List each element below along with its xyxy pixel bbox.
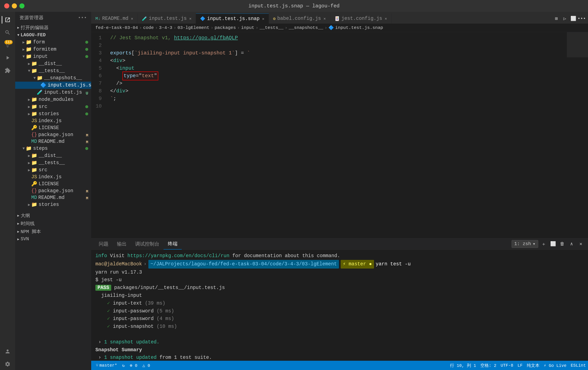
account-activity-icon[interactable] — [2, 346, 13, 357]
sidebar-item-dist[interactable]: ▶ 📁 __dist__ — [15, 60, 91, 67]
activity-bar: 113 — [0, 12, 15, 370]
split-terminal-icon[interactable]: ⬜ — [549, 240, 557, 248]
close-button[interactable] — [4, 3, 9, 9]
sidebar-item-steps-license[interactable]: ▶ 🔑 LICENSE — [15, 180, 91, 187]
breadcrumb-03lg[interactable]: 03-lgElement — [178, 25, 209, 30]
terminal-selector[interactable]: 1: zsh ▾ — [512, 240, 538, 248]
titlebar: input.test.js.snap — lagou-fed — [0, 0, 588, 12]
sidebar-item-snap-file[interactable]: ▶ 🔷 input.test.js.snap U — [15, 82, 91, 89]
statusbar-eslint[interactable]: ESLint — [568, 361, 588, 370]
line-numbers: 1 2 3 4 5 6 7 8 9 10 — [91, 32, 106, 238]
more-actions-icon[interactable]: ••• — [578, 15, 586, 22]
close-snap-tab[interactable]: ✕ — [262, 16, 264, 21]
code-editor[interactable]: 1 2 3 4 5 6 7 8 9 10 // Jest Snapshot v1… — [91, 32, 588, 238]
terminal-jest-cmd: $ jest -u — [95, 276, 584, 284]
panel-tab-debug[interactable]: 调试控制台 — [131, 239, 164, 249]
sidebar-item-form[interactable]: ▶ 📁 form — [15, 39, 91, 46]
npm-scripts-header[interactable]: ▶ NPM 脚本 — [15, 228, 91, 236]
sidebar-item-tests[interactable]: ▼ 📁 __tests__ — [15, 67, 91, 74]
run-editor-icon[interactable]: ▷ — [561, 15, 568, 22]
statusbar-encoding[interactable]: UTF-8 — [499, 361, 515, 370]
code-content[interactable]: // Jest Snapshot v1, https://goo.gl/fbAQ… — [106, 32, 567, 238]
sidebar-item-steps-readme[interactable]: ▶ MD README.md M — [15, 194, 91, 201]
sidebar-item-node-modules[interactable]: ▶ 📁 node_modules — [15, 96, 91, 103]
sidebar-item-stories[interactable]: ▶ 📁 stories — [15, 110, 91, 117]
statusbar-errors[interactable]: ⊗ 0 — [128, 361, 139, 370]
statusbar-line-col[interactable]: 行 10, 列 1 — [448, 361, 478, 370]
panel-tab-terminal[interactable]: 终端 — [164, 239, 182, 249]
sidebar-item-steps-dist[interactable]: ▶ 📁 __dist__ — [15, 152, 91, 159]
sidebar-item-steps-pkg[interactable]: ▶ {} package.json M — [15, 187, 91, 194]
sidebar: 资源管理器 ••• ▶ 打开的编辑器 ▼ LAGOU-FED ▶ 📁 form — [15, 12, 91, 370]
breadcrumb: fed-e-task-03-04 › code › 3-4-3 › 03-lgE… — [91, 24, 588, 32]
statusbar-warnings[interactable]: △ 0 — [140, 361, 152, 370]
open-editors-header[interactable]: ▶ 打开的编辑器 — [15, 24, 91, 32]
statusbar-go-live[interactable]: ⚡ Go Live — [542, 361, 568, 370]
breadcrumb-input[interactable]: input — [241, 25, 254, 30]
breadcrumb-code[interactable]: code — [143, 25, 154, 30]
sidebar-item-steps[interactable]: ▼ 📁 steps — [15, 145, 91, 152]
svn-header[interactable]: ▶ SVN — [15, 236, 91, 243]
panel-tab-problems[interactable]: 问题 — [94, 239, 113, 249]
root-folder-header[interactable]: ▼ LAGOU-FED — [15, 32, 91, 39]
terminal-blank-1 — [95, 330, 584, 338]
statusbar-file-type[interactable]: 纯文本 — [525, 361, 542, 370]
close-babel-tab[interactable]: ✕ — [324, 16, 326, 21]
panel-tab-bar: 问题 输出 调试控制台 终端 1: zsh ▾ ＋ ⬜ — [91, 239, 588, 249]
minimize-button[interactable] — [12, 3, 17, 9]
sidebar-more-icon[interactable]: ••• — [78, 15, 87, 21]
breadcrumb-343[interactable]: 3-4-3 — [159, 25, 172, 30]
split-editor-icon[interactable]: ⊞ — [553, 15, 560, 22]
settings-activity-icon[interactable] — [2, 358, 13, 370]
close-readme-tab[interactable]: ✕ — [131, 16, 133, 21]
statusbar-sync[interactable]: ↻ — [120, 361, 127, 370]
statusbar-spaces[interactable]: 空格: 2 — [478, 361, 499, 370]
tab-readme[interactable]: M↓ README.md ✕ — [91, 13, 138, 24]
sidebar-item-license[interactable]: ▶ 🔑 LICENSE — [15, 124, 91, 131]
search-activity-icon[interactable] — [2, 27, 13, 38]
sidebar-item-readme[interactable]: ▶ MD README.md M — [15, 138, 91, 145]
sidebar-item-input[interactable]: ▼ 📁 input — [15, 53, 91, 60]
sidebar-item-package-json[interactable]: ▶ {} package.json M — [15, 131, 91, 138]
sidebar-item-test-file[interactable]: ▶ 🧪 input.test.js U — [15, 89, 91, 96]
terminal-content[interactable]: info Visit https://yarnpkg.com/en/docs/c… — [91, 249, 588, 361]
terminal-max-icon[interactable]: ∧ — [568, 240, 575, 248]
statusbar-branch[interactable]: ⑂ master* — [94, 361, 119, 370]
terminal-close-icon[interactable]: ✕ — [577, 240, 585, 248]
timeline-header[interactable]: ▶ 时间线 — [15, 220, 91, 228]
sidebar-item-steps-index[interactable]: ▶ JS index.js — [15, 174, 91, 180]
breadcrumb-fed-task[interactable]: fed-e-task-03-04 — [95, 25, 138, 30]
breadcrumb-snapshots[interactable]: __snapshots__ — [289, 25, 323, 30]
close-input-test-tab[interactable]: ✕ — [189, 16, 192, 21]
explorer-activity-icon[interactable] — [2, 14, 13, 26]
tab-input-test[interactable]: 🧪 input.test.js ✕ — [138, 13, 196, 24]
statusbar-left: ⑂ master* ↻ ⊗ 0 △ 0 — [91, 361, 155, 370]
outline-header[interactable]: ▶ 大纲 — [15, 212, 91, 220]
maximize-button[interactable] — [20, 3, 24, 9]
panel-tab-output[interactable]: 输出 — [113, 239, 131, 249]
sidebar-item-steps-stories[interactable]: ▶ 📁 stories — [15, 201, 91, 208]
breadcrumb-packages[interactable]: packages — [215, 25, 236, 30]
breadcrumb-tests[interactable]: __tests__ — [260, 25, 284, 30]
sidebar-item-formitem[interactable]: ▶ 📁 formitem — [15, 46, 91, 53]
source-control-activity-icon[interactable]: 113 — [2, 39, 13, 51]
tab-snap[interactable]: 🔷 input.test.js.snap ✕ — [196, 13, 269, 24]
open-editors-label: 打开的编辑器 — [21, 24, 49, 31]
encoding-label: UTF-8 — [501, 363, 513, 368]
spaces-label: 空格: 2 — [480, 363, 496, 368]
sidebar-item-src[interactable]: ▶ 📁 src — [15, 103, 91, 110]
run-activity-icon[interactable] — [2, 52, 13, 64]
extensions-activity-icon[interactable] — [2, 64, 13, 76]
sidebar-item-snapshots[interactable]: ▼ 📁 __snapshots__ — [15, 74, 91, 82]
statusbar-line-ending[interactable]: LF — [515, 361, 525, 370]
new-terminal-icon[interactable]: ＋ — [540, 240, 547, 248]
window-title: input.test.js.snap — lagou-fed — [248, 3, 340, 9]
sidebar-item-steps-src[interactable]: ▶ 📁 src — [15, 166, 91, 174]
sidebar-item-steps-tests[interactable]: ▶ 📁 __tests__ — [15, 159, 91, 166]
tab-jest[interactable]: 🃏 jest.config.js ✕ — [330, 13, 391, 24]
close-jest-tab[interactable]: ✕ — [385, 16, 387, 21]
kill-terminal-icon[interactable]: 🗑 — [558, 240, 566, 248]
toggle-panel-icon[interactable]: ⬜ — [569, 15, 577, 22]
tab-babel[interactable]: ⚙ babel.config.js ✕ — [269, 13, 330, 24]
sidebar-item-index-js[interactable]: ▶ JS index.js — [15, 117, 91, 124]
